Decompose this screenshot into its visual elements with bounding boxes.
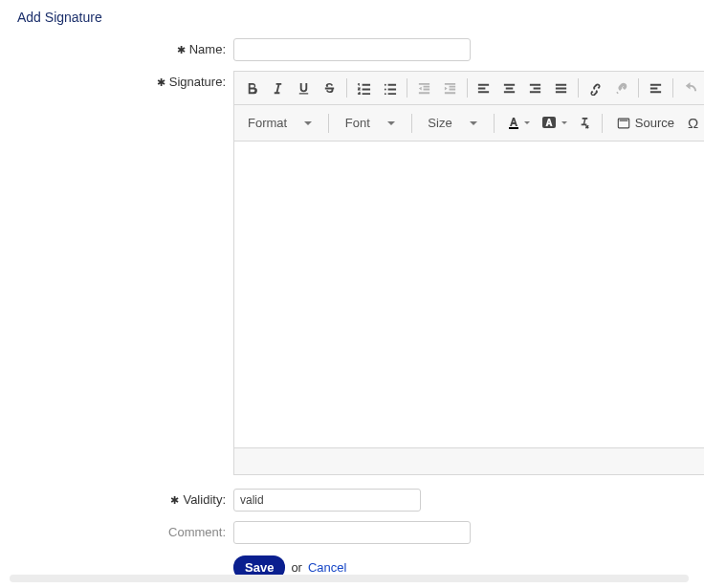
source-button[interactable]: Source <box>613 111 678 136</box>
separator <box>638 78 639 98</box>
row-comment: Comment: <box>17 521 696 544</box>
link-button[interactable] <box>583 76 607 100</box>
chevron-down-icon <box>561 121 567 124</box>
chevron-down-icon <box>524 121 530 124</box>
required-icon: ✱ <box>157 76 165 88</box>
strike-button[interactable] <box>318 76 341 100</box>
row-name: ✱Name: <box>17 38 696 61</box>
separator <box>467 78 468 98</box>
size-label: Size <box>428 116 451 130</box>
name-input[interactable] <box>233 38 471 61</box>
unlink-button[interactable] <box>609 76 633 100</box>
separator <box>346 78 347 98</box>
chevron-down-icon <box>470 121 477 125</box>
separator <box>578 78 579 98</box>
add-signature-panel: Add Signature ✱Name: ✱Signature: <box>0 0 704 588</box>
label-comment-text: Comment: <box>168 525 226 539</box>
format-label: Format <box>248 116 287 130</box>
indent-button[interactable] <box>438 76 462 100</box>
label-name: ✱Name: <box>17 38 233 56</box>
label-comment: Comment: <box>17 521 233 539</box>
label-name-text: Name: <box>189 42 226 56</box>
horizontal-scrollbar[interactable] <box>10 575 689 582</box>
panel-title: Add Signature <box>17 10 696 25</box>
spacer <box>17 554 233 557</box>
label-signature: ✱Signature: <box>17 71 233 89</box>
format-dropdown[interactable]: Format <box>242 111 318 136</box>
label-validity-text: Validity: <box>183 492 226 507</box>
svg-rect-2 <box>542 117 556 128</box>
comment-input[interactable] <box>233 521 471 544</box>
svg-rect-1 <box>509 127 518 129</box>
separator <box>494 114 495 133</box>
outdent-button[interactable] <box>412 76 436 100</box>
chevron-down-icon <box>387 121 395 125</box>
editor-toolbar-2: Format Font Size <box>234 105 704 142</box>
richtext-editor: Format Font Size <box>233 71 704 475</box>
separator <box>602 114 603 133</box>
remove-format-button[interactable] <box>644 76 668 100</box>
source-label: Source <box>635 116 674 130</box>
label-validity: ✱Validity: <box>17 489 233 507</box>
row-validity: ✱Validity: <box>17 489 696 512</box>
undo-button[interactable] <box>678 76 702 100</box>
label-signature-text: Signature: <box>169 75 226 89</box>
underline-button[interactable] <box>292 76 316 100</box>
editor-statusbar <box>234 447 704 474</box>
font-dropdown[interactable]: Font <box>340 111 401 136</box>
validity-select[interactable] <box>233 489 421 512</box>
separator <box>407 78 407 98</box>
ul-button[interactable] <box>378 76 402 100</box>
editor-toolbar-1 <box>234 72 704 105</box>
align-justify-button[interactable] <box>549 76 573 100</box>
size-dropdown[interactable]: Size <box>422 111 482 136</box>
or-text: or <box>291 560 302 575</box>
bold-button[interactable] <box>240 76 264 100</box>
clear-format-button[interactable] <box>577 111 591 136</box>
align-left-button[interactable] <box>472 76 495 100</box>
text-color-button[interactable] <box>504 111 532 136</box>
align-right-button[interactable] <box>523 76 547 100</box>
cancel-link[interactable]: Cancel <box>308 560 346 575</box>
required-icon: ✱ <box>170 494 179 506</box>
separator <box>328 114 329 133</box>
ol-button[interactable] <box>352 76 376 100</box>
required-icon: ✱ <box>177 44 186 55</box>
bg-color-button[interactable] <box>539 111 569 136</box>
align-center-button[interactable] <box>497 76 521 100</box>
chevron-down-icon <box>304 121 312 125</box>
editor-body[interactable] <box>234 142 704 447</box>
separator <box>672 78 673 98</box>
row-signature: ✱Signature: <box>17 71 696 475</box>
separator <box>411 114 412 133</box>
special-char-button[interactable]: Ω <box>686 111 700 136</box>
font-label: Font <box>345 116 370 130</box>
italic-button[interactable] <box>266 76 290 100</box>
